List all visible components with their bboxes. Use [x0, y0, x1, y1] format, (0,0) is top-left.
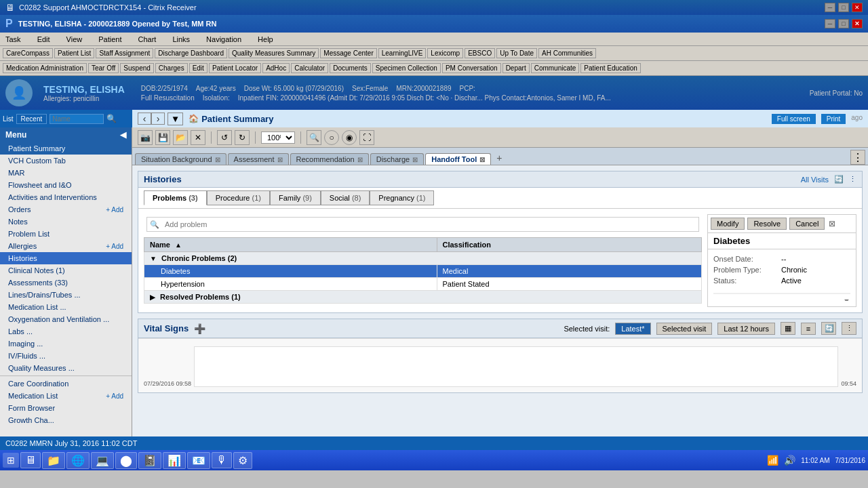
- documents-btn[interactable]: Documents: [330, 63, 371, 73]
- modify-btn[interactable]: Modify: [711, 218, 745, 230]
- vitals-options-icon[interactable]: ⋮: [842, 322, 856, 335]
- search-icon[interactable]: 🔍: [106, 114, 117, 123]
- nav-forward-btn[interactable]: ›: [151, 113, 165, 125]
- sidebar-item-mar[interactable]: MAR: [0, 167, 132, 179]
- carecompass-btn[interactable]: CareCompass: [3, 48, 53, 58]
- patient-education-btn[interactable]: Patient Education: [580, 63, 640, 73]
- ct-close-btn[interactable]: ✕: [191, 130, 205, 145]
- adhoc-btn[interactable]: AdHoc: [262, 63, 290, 73]
- tab-assessment-close[interactable]: ⊠: [277, 156, 283, 163]
- vitals-refresh-icon[interactable]: 🔄: [821, 322, 836, 335]
- edit-btn[interactable]: Edit: [189, 63, 208, 73]
- detail-scroll-down[interactable]: ▼: [843, 297, 850, 301]
- start-btn[interactable]: ⊞: [3, 453, 19, 468]
- sidebar-item-vch-custom[interactable]: VCH Custom Tab: [0, 155, 132, 167]
- menu-view[interactable]: View: [64, 35, 85, 43]
- all-visits-text[interactable]: All Visits: [801, 176, 829, 184]
- taskbar-btn-7[interactable]: 🎙: [212, 452, 232, 468]
- orders-add-btn[interactable]: + Add: [106, 206, 123, 214]
- quality-measures-btn[interactable]: Quality Measures Summary: [229, 48, 319, 58]
- menu-patient[interactable]: Patient: [96, 35, 124, 43]
- tab-situation-close[interactable]: ⊠: [215, 156, 220, 163]
- learninglive-btn[interactable]: LearningLIVE: [378, 48, 427, 58]
- sidebar-item-flowsheet[interactable]: Flowsheet and I&O: [0, 179, 132, 191]
- prob-tab-family[interactable]: Family (9): [270, 190, 321, 205]
- tab-discharge[interactable]: Discharge ⊠: [370, 153, 425, 165]
- depart-btn[interactable]: Depart: [502, 63, 530, 73]
- menu-chart[interactable]: Chart: [136, 35, 159, 43]
- nav-home-icon[interactable]: 🏠: [189, 114, 199, 123]
- prob-tab-social[interactable]: Social (8): [321, 190, 370, 205]
- sidebar-item-iv-fluids[interactable]: IV/Fluids ...: [0, 350, 132, 362]
- taskbar-btn-ie[interactable]: 🌐: [66, 452, 90, 469]
- calculator-btn[interactable]: Calculator: [291, 63, 328, 73]
- sidebar-item-labs[interactable]: Labs ...: [0, 325, 132, 338]
- taskbar-btn-3[interactable]: 💻: [91, 452, 114, 469]
- diabetes-name[interactable]: Diabetes: [144, 265, 437, 278]
- scroll-panel[interactable]: Histories All Visits 🔄 ⋮ Problems (3) Pr…: [132, 165, 868, 436]
- print-btn[interactable]: Print: [821, 114, 846, 124]
- pm-conversation-btn[interactable]: PM Conversation: [442, 63, 501, 73]
- list-btn[interactable]: List: [3, 115, 14, 123]
- collapse-icon[interactable]: ⋮: [849, 175, 856, 184]
- vitals-list-icon[interactable]: ≡: [801, 323, 816, 335]
- add-problem-input[interactable]: [162, 219, 696, 230]
- charges-btn[interactable]: Charges: [155, 63, 188, 73]
- detail-close-btn[interactable]: ⊠: [827, 218, 837, 230]
- sidebar-item-quality[interactable]: Quality Measures ...: [0, 362, 132, 374]
- ct-rotate-left-btn[interactable]: ↺: [217, 130, 232, 145]
- tab-handoff-tool[interactable]: Handoff Tool ⊠: [425, 153, 491, 165]
- tab-recommendation-close[interactable]: ⊠: [357, 156, 363, 163]
- fullscreen-btn[interactable]: Full screen: [772, 114, 816, 124]
- hypertension-row[interactable]: Hypertension Patient Stated: [144, 278, 702, 291]
- tab-discharge-close[interactable]: ⊠: [412, 156, 418, 163]
- ct-circle1-btn[interactable]: ○: [324, 130, 339, 145]
- taskbar-btn-5[interactable]: 📊: [163, 452, 186, 469]
- tab-handoff-close[interactable]: ⊠: [479, 156, 485, 163]
- menu-links[interactable]: Links: [170, 35, 193, 43]
- vitals-grid-icon[interactable]: ▦: [781, 322, 795, 335]
- ct-rotate-right-btn[interactable]: ↻: [235, 130, 250, 145]
- tab-recommendation[interactable]: Recommendation ⊠: [290, 153, 369, 165]
- lexicomp-btn[interactable]: Lexicomp: [427, 48, 463, 58]
- menu-navigation[interactable]: Navigation: [203, 35, 244, 43]
- allergies-add-btn[interactable]: + Add: [106, 243, 123, 250]
- resolve-btn[interactable]: Resolve: [747, 218, 787, 230]
- prob-tab-procedure[interactable]: Procedure (1): [207, 190, 270, 205]
- taskbar-btn-1[interactable]: 🖥: [20, 452, 41, 468]
- last-12h-btn[interactable]: Last 12 hours: [717, 323, 775, 335]
- ct-circle2-btn[interactable]: ◉: [342, 130, 357, 145]
- diabetes-row[interactable]: Diabetes Medical: [144, 265, 702, 278]
- sidebar-item-imaging[interactable]: Imaging ...: [0, 338, 132, 350]
- resolved-problems-group[interactable]: ▶ Resolved Problems (1): [144, 291, 702, 304]
- ct-camera-btn[interactable]: 📷: [138, 130, 153, 145]
- tab-assessment[interactable]: Assessment ⊠: [228, 153, 289, 165]
- search-input[interactable]: [50, 114, 104, 124]
- suspend-btn[interactable]: Suspend: [120, 63, 153, 73]
- refresh-icon[interactable]: 🔄: [834, 175, 844, 184]
- staff-assignment-btn[interactable]: Staff Assignment: [96, 48, 153, 58]
- tab-situation-background[interactable]: Situation Background ⊠: [135, 153, 226, 165]
- patient-locator-btn[interactable]: Patient Locator: [209, 63, 261, 73]
- minimize-button[interactable]: ─: [825, 3, 835, 12]
- sidebar-item-problem-list[interactable]: Problem List: [0, 228, 132, 240]
- menu-task[interactable]: Task: [3, 35, 24, 43]
- ct-expand-btn[interactable]: ⛶: [359, 130, 374, 145]
- sidebar-item-medication-list[interactable]: Medication List ...: [0, 301, 132, 313]
- prob-tab-problems[interactable]: Problems (3): [144, 190, 207, 205]
- ct-open-btn[interactable]: 📂: [173, 130, 188, 145]
- ebsco-btn[interactable]: EBSCO: [465, 48, 495, 58]
- sidebar-item-form-browser[interactable]: Form Browser: [0, 402, 132, 414]
- sidebar-item-oxygenation[interactable]: Oxygenation and Ventilation ...: [0, 313, 132, 325]
- specimen-collection-btn[interactable]: Specimen Collection: [372, 63, 441, 73]
- sidebar-item-clinical-notes[interactable]: Clinical Notes (1): [0, 264, 132, 277]
- taskbar-btn-notepad[interactable]: 📓: [138, 452, 161, 469]
- communicate-btn[interactable]: Communicate: [531, 63, 580, 73]
- sidebar-item-histories[interactable]: Histories: [0, 252, 132, 264]
- maximize-button[interactable]: □: [838, 3, 849, 12]
- sidebar-item-allergies[interactable]: Allergies + Add: [0, 240, 132, 252]
- nav-dropdown-btn[interactable]: ▼: [167, 113, 183, 125]
- ct-save-btn[interactable]: 💾: [155, 130, 170, 145]
- sidebar-item-assessments[interactable]: Assessments (33): [0, 277, 132, 289]
- ah-communities-btn[interactable]: AH Communities: [538, 48, 596, 58]
